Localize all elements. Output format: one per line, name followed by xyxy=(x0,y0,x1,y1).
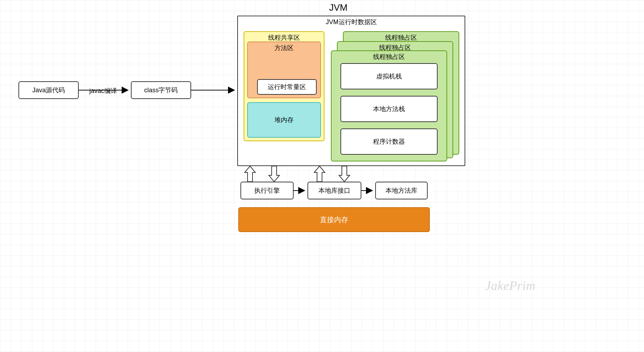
label-native-stack: 本地方法栈 xyxy=(373,105,405,113)
label-pc-register: 程序计数器 xyxy=(373,137,405,146)
block-arrow-down-interface xyxy=(339,166,350,182)
box-native-stack: 本地方法栈 xyxy=(340,96,438,122)
box-pc-register: 程序计数器 xyxy=(340,128,438,155)
label-java-source: Java源代码 xyxy=(32,86,65,94)
label-native-lib: 本地方法库 xyxy=(385,186,417,195)
box-native-interface: 本地库接口 xyxy=(307,182,361,199)
label-constant-pool: 运行时常量区 xyxy=(268,83,306,91)
box-constant-pool: 运行时常量区 xyxy=(257,79,317,95)
label-thread-private-3: 线程独占区 xyxy=(385,33,417,42)
jvm-title: JVM xyxy=(329,2,348,13)
box-class-bytecode: class字节码 xyxy=(131,81,191,99)
label-class-bytecode: class字节码 xyxy=(144,86,178,94)
block-arrow-up-engine xyxy=(245,166,255,182)
box-direct-memory: 直接内存 xyxy=(238,207,430,232)
box-vm-stack: 虚拟机栈 xyxy=(340,63,438,89)
box-native-lib: 本地方法库 xyxy=(375,182,428,199)
box-heap: 堆内存 xyxy=(247,102,321,138)
arrow-bytecode-to-runtime xyxy=(191,88,237,93)
box-java-source: Java源代码 xyxy=(18,81,79,99)
label-method-area: 方法区 xyxy=(274,44,294,52)
label-native-interface: 本地库接口 xyxy=(318,186,350,195)
label-runtime-area: JVM运行时数据区 xyxy=(326,18,377,26)
watermark: JakePrim xyxy=(485,278,535,293)
label-thread-private-1: 线程独占区 xyxy=(373,53,405,61)
label-heap: 堆内存 xyxy=(274,116,294,124)
block-arrow-down-engine xyxy=(269,166,279,182)
label-direct-memory: 直接内存 xyxy=(320,215,348,225)
arrow-interface-to-lib xyxy=(361,188,375,193)
block-arrow-up-interface xyxy=(314,166,325,182)
box-exec-engine: 执行引擎 xyxy=(240,182,294,199)
arrow-engine-to-interface xyxy=(294,188,307,193)
arrow-source-to-bytecode xyxy=(79,88,131,93)
label-thread-shared: 线程共享区 xyxy=(268,33,300,42)
label-vm-stack: 虚拟机栈 xyxy=(376,72,402,81)
label-exec-engine: 执行引擎 xyxy=(254,186,280,195)
